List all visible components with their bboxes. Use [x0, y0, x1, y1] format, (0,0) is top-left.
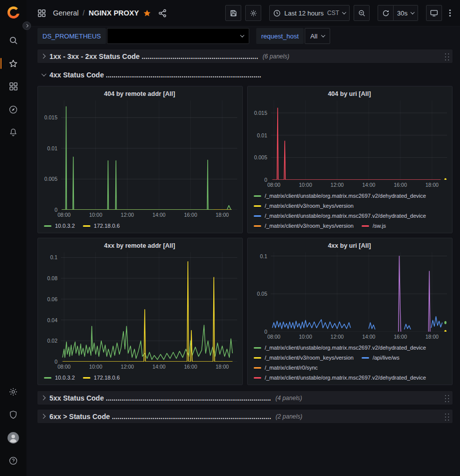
time-range-picker[interactable]: Last 12 hours CST — [269, 5, 350, 21]
sidebar-item-explore[interactable] — [0, 98, 26, 121]
sidebar-expand-button[interactable] — [22, 21, 31, 30]
star-filled-icon — [143, 9, 151, 17]
chart-plot[interactable] — [271, 252, 447, 332]
more-options-button[interactable] — [447, 7, 453, 19]
legend-label: 172.18.0.6 — [94, 223, 120, 229]
legend: /_matrix/client/unstable/org.matrix.msc2… — [252, 341, 447, 383]
panel-title[interactable]: 4xx by uri [All] — [252, 242, 447, 249]
dashboards-grid-icon — [9, 82, 18, 91]
breadcrumb: General / NGINX PROXY — [53, 9, 139, 17]
request-host-value: All — [310, 32, 317, 40]
legend-label: 172.18.0.6 — [94, 375, 120, 381]
legend-item[interactable]: /_matrix/client/v3/room_keys/version — [254, 221, 354, 231]
legend-item[interactable]: /_matrix/client/v3/room_keys/version — [254, 201, 354, 211]
favorite-star-button[interactable] — [141, 7, 153, 19]
kebab-menu-icon — [449, 9, 451, 17]
share-button[interactable] — [156, 7, 169, 19]
legend-swatch — [254, 357, 261, 359]
legend-label: /api/live/ws — [373, 355, 400, 361]
chart-plot[interactable] — [61, 252, 237, 362]
sidebar-item-starred[interactable] — [0, 52, 26, 75]
x-tick-label: 16:00 — [394, 334, 407, 340]
legend-item[interactable]: /api/live/ws — [362, 353, 400, 363]
dashboard-settings-button[interactable] — [245, 5, 261, 21]
sidebar-item-configuration[interactable] — [0, 380, 26, 403]
sidebar-item-dashboards[interactable] — [0, 75, 26, 98]
sidebar-item-alerting[interactable] — [0, 121, 26, 144]
x-tick-label: 18:00 — [216, 364, 229, 370]
save-dashboard-button[interactable] — [225, 5, 241, 21]
row-title: 6xx > Status Code ......................… — [49, 413, 271, 421]
share-icon — [158, 9, 167, 17]
apps-grid-icon[interactable] — [35, 7, 48, 19]
refresh-button[interactable] — [378, 5, 394, 21]
y-tick-label: 0.02 — [47, 338, 57, 344]
x-tick-label: 08:00 — [267, 182, 280, 188]
legend-item[interactable]: /sw.js — [362, 221, 386, 231]
refresh-interval-select[interactable]: 30s — [394, 5, 418, 21]
legend-label: /_matrix/client/unstable/org.matrix.msc2… — [265, 213, 426, 219]
breadcrumb-dashboard-title[interactable]: NGINX PROXY — [88, 9, 139, 17]
legend-swatch — [254, 377, 261, 379]
legend-label: /_matrix/client/v3/room_keys/version — [265, 203, 354, 209]
chevron-down-icon — [240, 33, 244, 37]
legend-item[interactable]: /_matrix/client/unstable/org.matrix.msc2… — [254, 211, 426, 221]
row-5xx[interactable]: 5xx Status Code ........................… — [37, 391, 453, 405]
row-title: 5xx Status Code ........................… — [49, 394, 271, 402]
sidebar-item-server-admin[interactable] — [0, 403, 26, 426]
shield-icon — [8, 410, 18, 420]
zoom-out-button[interactable] — [354, 5, 370, 21]
chart-plot[interactable] — [271, 100, 447, 180]
row-6xx[interactable]: 6xx > Status Code ......................… — [37, 410, 453, 423]
legend-swatch — [44, 225, 51, 227]
sidebar-item-profile[interactable] — [0, 426, 26, 449]
legend-item[interactable]: /_matrix/client/v3/room_keys/version — [254, 353, 354, 363]
panel-title[interactable]: 404 by remote addr [All] — [42, 90, 237, 97]
panel-title[interactable]: 404 by uri [All] — [252, 90, 447, 97]
legend-item[interactable]: 10.0.3.2 — [44, 221, 75, 231]
y-tick-label: 0.005 — [254, 154, 267, 160]
legend: /_matrix/client/unstable/org.matrix.msc2… — [252, 189, 447, 231]
legend-item[interactable]: /_matrix/client/unstable/org.matrix.msc2… — [254, 343, 426, 353]
legend-item[interactable]: 172.18.0.6 — [83, 373, 120, 383]
legend: 10.0.3.2172.18.0.6 — [42, 371, 237, 383]
y-axis: 00.0050.010.015 — [252, 100, 271, 180]
panel-title[interactable]: 4xx by remote addr [All] — [42, 242, 237, 249]
x-tick-label: 14:00 — [152, 364, 165, 370]
chart-plot[interactable] — [61, 100, 237, 210]
chart-body: 00.050.1 08:0010:0012:0014:0016:0018:00 — [252, 252, 447, 341]
breadcrumb-section[interactable]: General — [53, 9, 79, 17]
sidebar-item-search[interactable] — [0, 29, 26, 52]
row-drag-handle[interactable] — [444, 394, 450, 402]
tv-mode-button[interactable] — [426, 5, 442, 21]
row-4xx[interactable]: 4xx Status Code ........................… — [37, 68, 453, 81]
legend-swatch — [362, 225, 369, 227]
y-tick-label: 0 — [264, 177, 267, 183]
legend-item[interactable]: /_matrix/client/unstable/org.matrix.msc2… — [254, 373, 426, 383]
grafana-logo[interactable] — [6, 5, 21, 20]
row-drag-handle[interactable] — [444, 52, 450, 60]
x-tick-label: 08:00 — [57, 364, 70, 370]
row-1xx-3xx-2xx[interactable]: 1xx - 3xx - 2xx Status Code ............… — [37, 49, 453, 63]
sidebar-item-help[interactable] — [0, 449, 26, 472]
x-tick-label: 16:00 — [184, 364, 197, 370]
refresh-icon — [382, 9, 390, 17]
request-host-select[interactable]: All — [305, 28, 330, 44]
search-icon — [9, 36, 18, 45]
datasource-select[interactable] — [107, 28, 249, 44]
legend-label: 10.0.3.2 — [55, 375, 75, 381]
bell-icon — [8, 128, 18, 137]
x-tick-label: 10:00 — [299, 334, 312, 340]
x-axis: 08:0010:0012:0014:0016:0018:00 — [61, 362, 237, 371]
legend-item[interactable]: 172.18.0.6 — [83, 221, 120, 231]
y-tick-label: 0 — [54, 207, 57, 213]
legend-item[interactable]: /_matrix/client/r0/sync — [254, 363, 318, 373]
panel-404-by-uri: 404 by uri [All] 00.0050.010.015 08:0010… — [247, 86, 453, 233]
legend-swatch — [254, 205, 261, 207]
x-axis: 08:0010:0012:0014:0016:0018:00 — [271, 180, 447, 189]
legend-item[interactable]: 10.0.3.2 — [44, 373, 75, 383]
sidebar-menu — [0, 29, 26, 144]
legend-item[interactable]: /_matrix/client/unstable/org.matrix.msc2… — [254, 191, 426, 201]
row-drag-handle[interactable] — [444, 412, 450, 421]
legend: 10.0.3.2172.18.0.6 — [42, 219, 237, 231]
